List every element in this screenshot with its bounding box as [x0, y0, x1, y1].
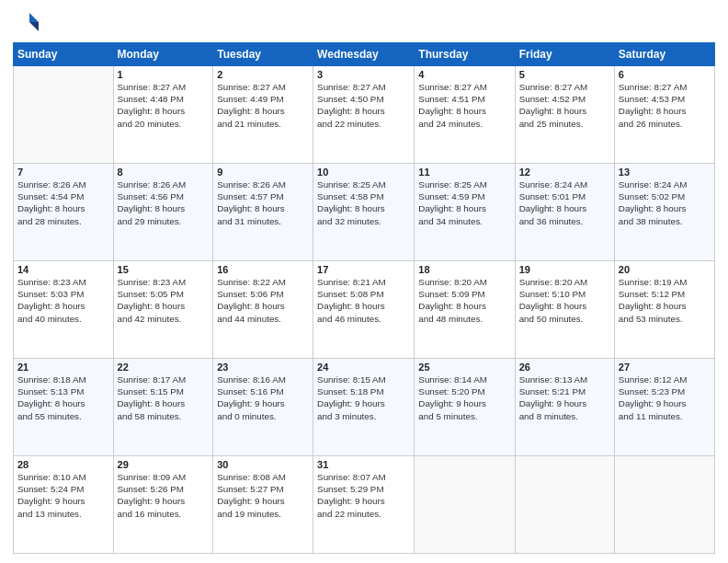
calendar-cell [515, 456, 614, 554]
calendar-week-2: 7Sunrise: 8:26 AM Sunset: 4:54 PM Daylig… [14, 164, 715, 261]
calendar-cell: 15Sunrise: 8:23 AM Sunset: 5:05 PM Dayli… [113, 261, 213, 359]
cell-info: Sunrise: 8:24 AM Sunset: 5:02 PM Dayligh… [619, 178, 711, 227]
calendar-cell: 25Sunrise: 8:14 AM Sunset: 5:20 PM Dayli… [415, 359, 515, 456]
cell-info: Sunrise: 8:25 AM Sunset: 4:59 PM Dayligh… [418, 178, 510, 227]
calendar-cell: 23Sunrise: 8:16 AM Sunset: 5:16 PM Dayli… [213, 359, 313, 456]
cell-info: Sunrise: 8:20 AM Sunset: 5:09 PM Dayligh… [418, 276, 510, 325]
calendar-cell: 3Sunrise: 8:27 AM Sunset: 4:50 PM Daylig… [313, 66, 415, 164]
cell-info: Sunrise: 8:14 AM Sunset: 5:20 PM Dayligh… [418, 373, 510, 422]
calendar-cell [415, 456, 515, 554]
calendar-header-row: SundayMondayTuesdayWednesdayThursdayFrid… [14, 43, 715, 66]
svg-marker-0 [29, 13, 39, 22]
cell-info: Sunrise: 8:23 AM Sunset: 5:05 PM Dayligh… [118, 276, 210, 325]
calendar-cell: 29Sunrise: 8:09 AM Sunset: 5:26 PM Dayli… [113, 456, 213, 554]
cell-info: Sunrise: 8:21 AM Sunset: 5:08 PM Dayligh… [317, 276, 410, 325]
calendar-cell: 4Sunrise: 8:27 AM Sunset: 4:51 PM Daylig… [415, 66, 515, 164]
cell-date: 19 [519, 264, 610, 275]
cell-date: 14 [17, 264, 109, 275]
cell-info: Sunrise: 8:26 AM Sunset: 4:56 PM Dayligh… [118, 178, 210, 227]
cell-date: 11 [418, 167, 510, 178]
logo-icon [13, 9, 40, 37]
page: SundayMondayTuesdayWednesdayThursdayFrid… [0, 0, 728, 563]
cell-date: 22 [118, 362, 210, 373]
cell-date: 12 [519, 167, 610, 178]
cell-info: Sunrise: 8:20 AM Sunset: 5:10 PM Dayligh… [519, 276, 610, 325]
cell-info: Sunrise: 8:26 AM Sunset: 4:54 PM Dayligh… [17, 178, 109, 227]
cell-info: Sunrise: 8:27 AM Sunset: 4:48 PM Dayligh… [118, 81, 210, 130]
cell-date: 4 [418, 69, 510, 80]
cell-date: 6 [619, 69, 711, 80]
col-header-sunday: Sunday [14, 43, 114, 66]
calendar-cell: 26Sunrise: 8:13 AM Sunset: 5:21 PM Dayli… [515, 359, 614, 456]
cell-info: Sunrise: 8:08 AM Sunset: 5:27 PM Dayligh… [217, 471, 309, 520]
cell-info: Sunrise: 8:24 AM Sunset: 5:01 PM Dayligh… [519, 178, 610, 227]
cell-info: Sunrise: 8:27 AM Sunset: 4:49 PM Dayligh… [217, 81, 309, 130]
cell-date: 20 [619, 264, 711, 275]
cell-date: 1 [118, 69, 210, 80]
calendar-cell: 5Sunrise: 8:27 AM Sunset: 4:52 PM Daylig… [515, 66, 614, 164]
cell-date: 27 [619, 362, 711, 373]
cell-info: Sunrise: 8:27 AM Sunset: 4:52 PM Dayligh… [519, 81, 610, 130]
cell-info: Sunrise: 8:12 AM Sunset: 5:23 PM Dayligh… [619, 373, 711, 422]
cell-info: Sunrise: 8:23 AM Sunset: 5:03 PM Dayligh… [17, 276, 109, 325]
cell-date: 21 [17, 362, 109, 373]
calendar-week-1: 1Sunrise: 8:27 AM Sunset: 4:48 PM Daylig… [14, 66, 715, 164]
cell-info: Sunrise: 8:15 AM Sunset: 5:18 PM Dayligh… [317, 373, 410, 422]
cell-date: 23 [217, 362, 309, 373]
calendar-cell: 8Sunrise: 8:26 AM Sunset: 4:56 PM Daylig… [113, 164, 213, 261]
calendar-cell: 24Sunrise: 8:15 AM Sunset: 5:18 PM Dayli… [313, 359, 415, 456]
cell-date: 17 [317, 264, 410, 275]
calendar-cell: 21Sunrise: 8:18 AM Sunset: 5:13 PM Dayli… [14, 359, 114, 456]
cell-date: 28 [17, 459, 109, 470]
cell-date: 30 [217, 459, 309, 470]
col-header-friday: Friday [515, 43, 614, 66]
cell-info: Sunrise: 8:17 AM Sunset: 5:15 PM Dayligh… [118, 373, 210, 422]
calendar-cell [614, 456, 714, 554]
cell-info: Sunrise: 8:26 AM Sunset: 4:57 PM Dayligh… [217, 178, 309, 227]
cell-date: 16 [217, 264, 309, 275]
cell-info: Sunrise: 8:10 AM Sunset: 5:24 PM Dayligh… [17, 471, 109, 520]
cell-date: 3 [317, 69, 410, 80]
calendar-cell: 7Sunrise: 8:26 AM Sunset: 4:54 PM Daylig… [14, 164, 114, 261]
calendar-cell: 19Sunrise: 8:20 AM Sunset: 5:10 PM Dayli… [515, 261, 614, 359]
cell-date: 29 [118, 459, 210, 470]
calendar-cell [14, 66, 114, 164]
calendar-cell: 9Sunrise: 8:26 AM Sunset: 4:57 PM Daylig… [213, 164, 313, 261]
calendar-table: SundayMondayTuesdayWednesdayThursdayFrid… [13, 42, 715, 554]
calendar-cell: 30Sunrise: 8:08 AM Sunset: 5:27 PM Dayli… [213, 456, 313, 554]
calendar-cell: 17Sunrise: 8:21 AM Sunset: 5:08 PM Dayli… [313, 261, 415, 359]
col-header-tuesday: Tuesday [213, 43, 313, 66]
cell-info: Sunrise: 8:25 AM Sunset: 4:58 PM Dayligh… [317, 178, 410, 227]
cell-info: Sunrise: 8:16 AM Sunset: 5:16 PM Dayligh… [217, 373, 309, 422]
cell-info: Sunrise: 8:22 AM Sunset: 5:06 PM Dayligh… [217, 276, 309, 325]
cell-info: Sunrise: 8:07 AM Sunset: 5:29 PM Dayligh… [317, 471, 410, 520]
cell-info: Sunrise: 8:27 AM Sunset: 4:50 PM Dayligh… [317, 81, 410, 130]
cell-date: 5 [519, 69, 610, 80]
cell-date: 10 [317, 167, 410, 178]
calendar-cell: 6Sunrise: 8:27 AM Sunset: 4:53 PM Daylig… [614, 66, 714, 164]
calendar-cell: 12Sunrise: 8:24 AM Sunset: 5:01 PM Dayli… [515, 164, 614, 261]
calendar-cell: 14Sunrise: 8:23 AM Sunset: 5:03 PM Dayli… [14, 261, 114, 359]
cell-info: Sunrise: 8:19 AM Sunset: 5:12 PM Dayligh… [619, 276, 711, 325]
cell-info: Sunrise: 8:18 AM Sunset: 5:13 PM Dayligh… [17, 373, 109, 422]
calendar-cell: 20Sunrise: 8:19 AM Sunset: 5:12 PM Dayli… [614, 261, 714, 359]
calendar-week-4: 21Sunrise: 8:18 AM Sunset: 5:13 PM Dayli… [14, 359, 715, 456]
col-header-thursday: Thursday [415, 43, 515, 66]
calendar-week-3: 14Sunrise: 8:23 AM Sunset: 5:03 PM Dayli… [14, 261, 715, 359]
header [13, 9, 715, 37]
cell-info: Sunrise: 8:13 AM Sunset: 5:21 PM Dayligh… [519, 373, 610, 422]
calendar-cell: 10Sunrise: 8:25 AM Sunset: 4:58 PM Dayli… [313, 164, 415, 261]
cell-date: 26 [519, 362, 610, 373]
calendar-cell: 28Sunrise: 8:10 AM Sunset: 5:24 PM Dayli… [14, 456, 114, 554]
calendar-week-5: 28Sunrise: 8:10 AM Sunset: 5:24 PM Dayli… [14, 456, 715, 554]
calendar-cell: 18Sunrise: 8:20 AM Sunset: 5:09 PM Dayli… [415, 261, 515, 359]
calendar-cell: 2Sunrise: 8:27 AM Sunset: 4:49 PM Daylig… [213, 66, 313, 164]
cell-date: 8 [118, 167, 210, 178]
col-header-saturday: Saturday [614, 43, 714, 66]
logo [13, 9, 44, 37]
calendar-cell: 11Sunrise: 8:25 AM Sunset: 4:59 PM Dayli… [415, 164, 515, 261]
svg-marker-1 [29, 22, 39, 31]
cell-date: 7 [17, 167, 109, 178]
calendar-cell: 16Sunrise: 8:22 AM Sunset: 5:06 PM Dayli… [213, 261, 313, 359]
calendar-cell: 22Sunrise: 8:17 AM Sunset: 5:15 PM Dayli… [113, 359, 213, 456]
